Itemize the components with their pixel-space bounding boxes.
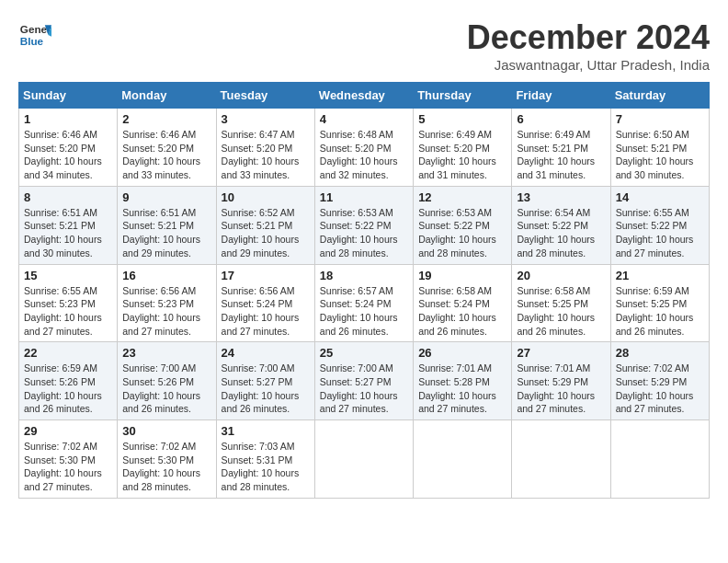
table-row: 29Sunrise: 7:02 AM Sunset: 5:30 PM Dayli… xyxy=(19,420,118,499)
day-info: Sunrise: 6:49 AM Sunset: 5:21 PM Dayligh… xyxy=(517,128,605,182)
day-number: 6 xyxy=(517,112,605,126)
calendar-table: Sunday Monday Tuesday Wednesday Thursday… xyxy=(18,82,710,499)
day-number: 28 xyxy=(616,346,704,360)
table-row: 18Sunrise: 6:57 AM Sunset: 5:24 PM Dayli… xyxy=(314,264,413,342)
logo-icon: General Blue xyxy=(18,18,51,52)
day-info: Sunrise: 6:48 AM Sunset: 5:20 PM Dayligh… xyxy=(320,128,408,182)
table-row: 5Sunrise: 6:49 AM Sunset: 5:20 PM Daylig… xyxy=(414,109,512,187)
table-row xyxy=(610,420,709,499)
table-row: 23Sunrise: 7:00 AM Sunset: 5:26 PM Dayli… xyxy=(118,342,216,420)
day-number: 1 xyxy=(24,112,112,126)
day-info: Sunrise: 7:00 AM Sunset: 5:26 PM Dayligh… xyxy=(122,362,210,416)
day-info: Sunrise: 6:56 AM Sunset: 5:23 PM Dayligh… xyxy=(122,284,210,339)
day-info: Sunrise: 6:59 AM Sunset: 5:26 PM Dayligh… xyxy=(24,362,112,416)
table-row: 16Sunrise: 6:56 AM Sunset: 5:23 PM Dayli… xyxy=(118,264,216,342)
day-number: 19 xyxy=(418,269,506,282)
day-info: Sunrise: 6:54 AM Sunset: 5:22 PM Dayligh… xyxy=(517,206,605,260)
day-number: 12 xyxy=(418,190,506,204)
day-number: 8 xyxy=(24,190,112,204)
day-number: 3 xyxy=(222,112,310,126)
table-row: 13Sunrise: 6:54 AM Sunset: 5:22 PM Dayli… xyxy=(512,186,610,264)
day-number: 30 xyxy=(122,424,210,438)
table-row: 31Sunrise: 7:03 AM Sunset: 5:31 PM Dayli… xyxy=(216,420,314,499)
table-row: 11Sunrise: 6:53 AM Sunset: 5:22 PM Dayli… xyxy=(314,186,413,264)
day-info: Sunrise: 7:02 AM Sunset: 5:29 PM Dayligh… xyxy=(616,362,704,416)
day-number: 11 xyxy=(320,190,408,204)
day-number: 5 xyxy=(418,112,506,126)
logo: General Blue xyxy=(18,18,51,52)
day-info: Sunrise: 6:56 AM Sunset: 5:24 PM Dayligh… xyxy=(222,284,310,339)
day-number: 9 xyxy=(122,190,210,204)
day-number: 24 xyxy=(222,346,310,360)
day-info: Sunrise: 7:00 AM Sunset: 5:27 PM Dayligh… xyxy=(222,362,310,416)
table-row xyxy=(414,420,512,499)
day-number: 16 xyxy=(122,269,210,282)
day-info: Sunrise: 6:51 AM Sunset: 5:21 PM Dayligh… xyxy=(24,206,112,260)
day-info: Sunrise: 6:55 AM Sunset: 5:23 PM Dayligh… xyxy=(24,284,112,339)
table-row xyxy=(512,420,610,499)
day-info: Sunrise: 6:46 AM Sunset: 5:20 PM Dayligh… xyxy=(122,128,210,182)
day-number: 25 xyxy=(320,346,408,360)
day-info: Sunrise: 6:58 AM Sunset: 5:25 PM Dayligh… xyxy=(517,284,605,339)
table-row: 7Sunrise: 6:50 AM Sunset: 5:21 PM Daylig… xyxy=(610,109,709,187)
day-info: Sunrise: 6:55 AM Sunset: 5:22 PM Dayligh… xyxy=(616,206,704,260)
day-info: Sunrise: 7:01 AM Sunset: 5:29 PM Dayligh… xyxy=(517,362,605,416)
calendar-title: December 2024 xyxy=(467,18,710,57)
day-number: 13 xyxy=(517,190,605,204)
table-row: 1Sunrise: 6:46 AM Sunset: 5:20 PM Daylig… xyxy=(19,109,118,187)
day-info: Sunrise: 6:50 AM Sunset: 5:21 PM Dayligh… xyxy=(616,128,704,182)
table-row: 12Sunrise: 6:53 AM Sunset: 5:22 PM Dayli… xyxy=(414,186,512,264)
day-number: 15 xyxy=(24,269,112,282)
table-row: 17Sunrise: 6:56 AM Sunset: 5:24 PM Dayli… xyxy=(216,264,314,342)
day-info: Sunrise: 6:57 AM Sunset: 5:24 PM Dayligh… xyxy=(320,284,408,339)
day-info: Sunrise: 6:53 AM Sunset: 5:22 PM Dayligh… xyxy=(320,206,408,260)
day-info: Sunrise: 6:52 AM Sunset: 5:21 PM Dayligh… xyxy=(222,206,310,260)
day-number: 10 xyxy=(222,190,310,204)
day-info: Sunrise: 6:47 AM Sunset: 5:20 PM Dayligh… xyxy=(222,128,310,182)
table-row: 9Sunrise: 6:51 AM Sunset: 5:21 PM Daylig… xyxy=(118,186,216,264)
table-row: 30Sunrise: 7:02 AM Sunset: 5:30 PM Dayli… xyxy=(118,420,216,499)
header-wednesday: Wednesday xyxy=(314,83,413,109)
table-row: 3Sunrise: 6:47 AM Sunset: 5:20 PM Daylig… xyxy=(216,109,314,187)
table-row: 14Sunrise: 6:55 AM Sunset: 5:22 PM Dayli… xyxy=(610,186,709,264)
day-number: 7 xyxy=(616,112,704,126)
day-number: 20 xyxy=(517,269,605,282)
day-info: Sunrise: 7:03 AM Sunset: 5:31 PM Dayligh… xyxy=(222,440,310,494)
header-sunday: Sunday xyxy=(19,83,118,109)
table-row: 6Sunrise: 6:49 AM Sunset: 5:21 PM Daylig… xyxy=(512,109,610,187)
header-row: Sunday Monday Tuesday Wednesday Thursday… xyxy=(19,83,710,109)
day-number: 26 xyxy=(418,346,506,360)
day-number: 17 xyxy=(222,269,310,282)
table-row: 15Sunrise: 6:55 AM Sunset: 5:23 PM Dayli… xyxy=(19,264,118,342)
day-number: 31 xyxy=(222,424,310,438)
table-row: 10Sunrise: 6:52 AM Sunset: 5:21 PM Dayli… xyxy=(216,186,314,264)
table-row xyxy=(314,420,413,499)
header-monday: Monday xyxy=(118,83,216,109)
day-number: 4 xyxy=(320,112,408,126)
day-info: Sunrise: 6:46 AM Sunset: 5:20 PM Dayligh… xyxy=(24,128,112,182)
day-number: 14 xyxy=(616,190,704,204)
day-info: Sunrise: 7:01 AM Sunset: 5:28 PM Dayligh… xyxy=(418,362,506,416)
svg-text:Blue: Blue xyxy=(20,35,44,47)
day-info: Sunrise: 7:00 AM Sunset: 5:27 PM Dayligh… xyxy=(320,362,408,416)
day-info: Sunrise: 6:49 AM Sunset: 5:20 PM Dayligh… xyxy=(418,128,506,182)
day-number: 21 xyxy=(616,269,704,282)
day-info: Sunrise: 7:02 AM Sunset: 5:30 PM Dayligh… xyxy=(122,440,210,494)
header-tuesday: Tuesday xyxy=(216,83,314,109)
day-number: 18 xyxy=(320,269,408,282)
table-row: 8Sunrise: 6:51 AM Sunset: 5:21 PM Daylig… xyxy=(19,186,118,264)
day-number: 22 xyxy=(24,346,112,360)
day-info: Sunrise: 6:53 AM Sunset: 5:22 PM Dayligh… xyxy=(418,206,506,260)
day-number: 27 xyxy=(517,346,605,360)
day-number: 23 xyxy=(122,346,210,360)
day-info: Sunrise: 6:51 AM Sunset: 5:21 PM Dayligh… xyxy=(122,206,210,260)
table-row: 28Sunrise: 7:02 AM Sunset: 5:29 PM Dayli… xyxy=(610,342,709,420)
table-row: 25Sunrise: 7:00 AM Sunset: 5:27 PM Dayli… xyxy=(314,342,413,420)
table-row: 26Sunrise: 7:01 AM Sunset: 5:28 PM Dayli… xyxy=(414,342,512,420)
table-row: 2Sunrise: 6:46 AM Sunset: 5:20 PM Daylig… xyxy=(118,109,216,187)
table-row: 19Sunrise: 6:58 AM Sunset: 5:24 PM Dayli… xyxy=(414,264,512,342)
day-number: 29 xyxy=(24,424,112,438)
table-row: 24Sunrise: 7:00 AM Sunset: 5:27 PM Dayli… xyxy=(216,342,314,420)
title-area: December 2024 Jaswantnagar, Uttar Prades… xyxy=(467,18,710,73)
header-friday: Friday xyxy=(512,83,610,109)
